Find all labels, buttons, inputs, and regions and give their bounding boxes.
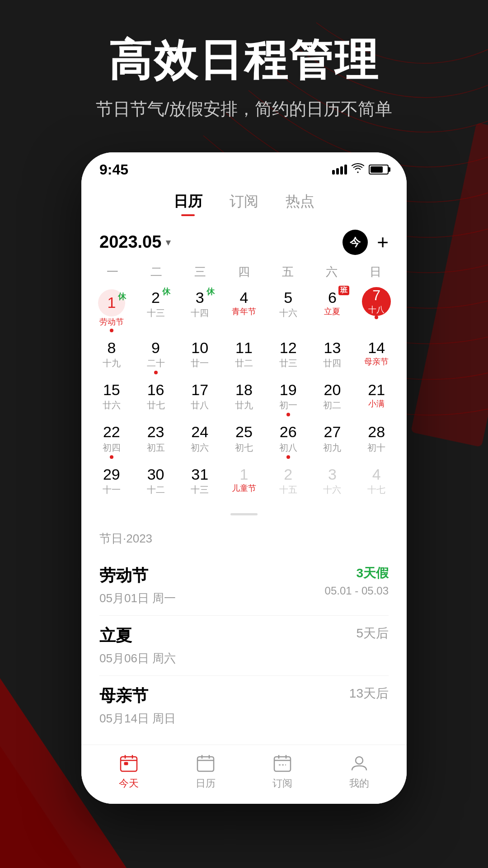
svg-rect-8: [197, 757, 214, 771]
calendar-day-30[interactable]: 30十二: [135, 463, 177, 500]
calendar-day-14[interactable]: 14母亲节: [355, 337, 398, 377]
calendar-day-33[interactable]: 2十五: [267, 463, 310, 500]
event-list: 节日·2023 劳动节 05月01日 周一 3天假 05.01 - 05.03: [81, 522, 407, 745]
today-button[interactable]: 今: [343, 230, 368, 255]
calendar-day-5[interactable]: 5十六: [267, 287, 310, 335]
nav-label-profile: 我的: [349, 777, 369, 790]
svg-point-17: [356, 757, 363, 764]
calendar-day-2[interactable]: 2休十三: [135, 287, 177, 335]
calendar-day-20[interactable]: 20初二: [311, 379, 354, 419]
svg-rect-12: [274, 757, 291, 771]
calendar-day-34[interactable]: 3十六: [311, 463, 354, 500]
phone-mockup: 9:45: [81, 152, 407, 804]
event-right: 5天后: [356, 625, 389, 642]
status-bar: 9:45: [81, 152, 407, 183]
calendar-days: 1休劳动节2休十三3休十四4青年节5十六6班立夏7十八8十九9二十10廿一11廿…: [90, 287, 398, 500]
nav-label-today: 今天: [119, 777, 139, 790]
event-left: 立夏 05月06日 周六: [99, 625, 176, 666]
nav-item-calendar[interactable]: 日历: [195, 752, 216, 790]
month-dropdown-icon[interactable]: ▾: [166, 237, 170, 248]
calendar-header: 2023.05 ▾ 今 +: [81, 221, 407, 262]
calendar-day-31[interactable]: 31十三: [178, 463, 221, 500]
scroll-indicator: [81, 509, 407, 520]
event-item-labor[interactable]: 劳动节 05月01日 周一 3天假 05.01 - 05.03: [99, 556, 389, 616]
phone-screen: 9:45: [81, 152, 407, 804]
calendar-day-8[interactable]: 8十九: [90, 337, 133, 377]
calendar-day-19[interactable]: 19初一: [267, 379, 310, 419]
calendar-day-13[interactable]: 13廿四: [311, 337, 354, 377]
calendar-day-11[interactable]: 11廿二: [223, 337, 265, 377]
calendar-day-7[interactable]: 7十八: [355, 287, 398, 335]
nav-item-subscribe[interactable]: 订阅: [272, 752, 293, 790]
calendar-day-6[interactable]: 6班立夏: [311, 287, 354, 335]
subscribe-icon: [272, 752, 293, 774]
calendar-icon: [195, 752, 216, 774]
event-left: 母亲节 05月14日 周日: [99, 685, 176, 726]
weekday-sat: 六: [310, 262, 354, 282]
event-right: 13天后: [349, 685, 389, 702]
tab-subscribe[interactable]: 订阅: [230, 192, 258, 216]
calendar-day-28[interactable]: 28初十: [355, 421, 398, 461]
calendar-day-18[interactable]: 18廿九: [223, 379, 265, 419]
calendar-day-15[interactable]: 15廿六: [90, 379, 133, 419]
calendar-day-22[interactable]: 22初四: [90, 421, 133, 461]
weekday-fri: 五: [266, 262, 310, 282]
calendar-actions: 今 +: [343, 230, 389, 255]
svg-rect-3: [121, 757, 137, 771]
event-item-lixia[interactable]: 立夏 05月06日 周六 5天后: [99, 616, 389, 676]
calendar-today-icon: [118, 752, 140, 774]
calendar-day-10[interactable]: 10廿一: [178, 337, 221, 377]
calendar-day-9[interactable]: 9二十: [135, 337, 177, 377]
nav-item-profile[interactable]: 我的: [348, 752, 370, 790]
event-name: 劳动节: [99, 565, 176, 587]
calendar-day-16[interactable]: 16廿七: [135, 379, 177, 419]
calendar-day-35[interactable]: 4十七: [355, 463, 398, 500]
calendar-day-24[interactable]: 24初六: [178, 421, 221, 461]
bottom-nav: 今天 日历: [81, 745, 407, 804]
tab-hotspot[interactable]: 热点: [286, 192, 314, 216]
weekday-mon: 一: [90, 262, 134, 282]
profile-icon: [348, 752, 370, 774]
event-date: 05月14日 周日: [99, 711, 176, 726]
calendar-day-27[interactable]: 27初九: [311, 421, 354, 461]
calendar-month[interactable]: 2023.05 ▾: [99, 232, 170, 252]
weekday-wed: 三: [178, 262, 222, 282]
event-days-later: 5天后: [356, 625, 389, 642]
nav-label-subscribe: 订阅: [272, 777, 292, 790]
scroll-dot: [230, 513, 258, 515]
status-icons: [332, 163, 389, 176]
calendar-day-26[interactable]: 26初八: [267, 421, 310, 461]
calendar-day-32[interactable]: 1儿童节: [223, 463, 265, 500]
event-item-mothers[interactable]: 母亲节 05月14日 周日 13天后: [99, 676, 389, 736]
calendar-day-4[interactable]: 4青年节: [223, 287, 265, 335]
event-section-title: 节日·2023: [99, 531, 389, 547]
header-section: 高效日程管理 节日节气/放假安排，简约的日历不简单: [0, 0, 488, 139]
weekday-tue: 二: [134, 262, 178, 282]
svg-rect-7: [124, 762, 128, 765]
calendar-day-3[interactable]: 3休十四: [178, 287, 221, 335]
phone-container: 9:45: [0, 152, 488, 804]
calendar-day-23[interactable]: 23初五: [135, 421, 177, 461]
event-left: 劳动节 05月01日 周一: [99, 565, 176, 606]
nav-label-calendar: 日历: [196, 777, 216, 790]
event-date: 05月06日 周六: [99, 651, 176, 666]
tab-calendar[interactable]: 日历: [174, 192, 202, 216]
calendar-day-25[interactable]: 25初七: [223, 421, 265, 461]
signal-icon: [332, 165, 347, 175]
event-date-range: 05.01 - 05.03: [325, 585, 389, 597]
calendar-day-21[interactable]: 21小满: [355, 379, 398, 419]
calendar-day-12[interactable]: 12廿三: [267, 337, 310, 377]
nav-item-today[interactable]: 今天: [118, 752, 140, 790]
battery-icon: [369, 165, 389, 175]
main-title: 高效日程管理: [27, 36, 461, 84]
add-event-button[interactable]: +: [377, 232, 389, 252]
event-right: 3天假 05.01 - 05.03: [325, 565, 389, 597]
calendar-day-29[interactable]: 29十一: [90, 463, 133, 500]
calendar-day-1[interactable]: 1休劳动节: [90, 287, 133, 335]
event-days-later: 13天后: [349, 685, 389, 702]
tab-nav: 日历 订阅 热点: [81, 183, 407, 221]
calendar-day-17[interactable]: 17廿八: [178, 379, 221, 419]
weekday-thu: 四: [222, 262, 266, 282]
event-name: 母亲节: [99, 685, 176, 707]
weekday-sun: 日: [354, 262, 398, 282]
